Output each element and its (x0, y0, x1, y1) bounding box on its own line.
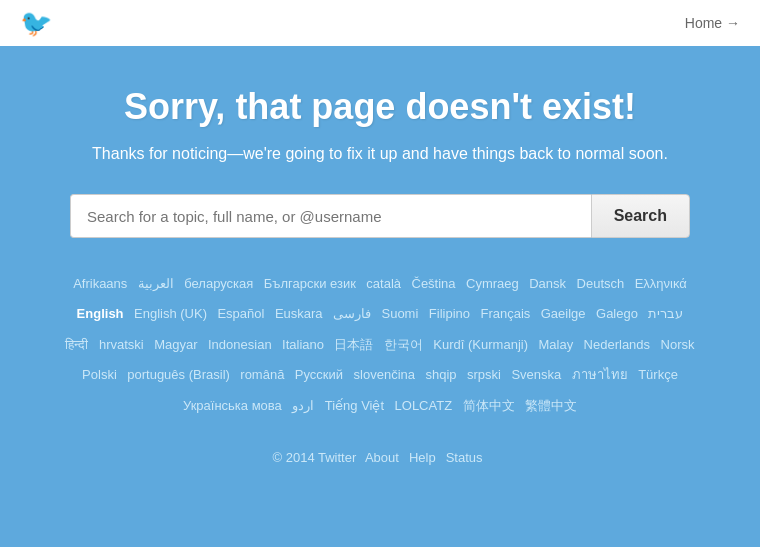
footer-link[interactable]: Help (409, 450, 436, 465)
language-link[interactable]: English (77, 306, 124, 321)
search-input[interactable] (70, 194, 591, 238)
language-link[interactable]: Norsk (661, 337, 695, 352)
language-link[interactable]: slovenčina (354, 367, 415, 382)
search-container: Search (70, 194, 690, 238)
language-link[interactable]: Français (480, 306, 530, 321)
language-link[interactable]: Español (217, 306, 264, 321)
language-link[interactable]: Nederlands (584, 337, 651, 352)
language-link[interactable]: LOLCATZ (395, 398, 453, 413)
language-link[interactable]: فارسی (333, 306, 371, 321)
language-link[interactable]: Svenska (511, 367, 561, 382)
language-link[interactable]: עברית (648, 306, 683, 321)
search-button[interactable]: Search (591, 194, 690, 238)
language-link[interactable]: català (366, 276, 401, 291)
language-link[interactable]: ภาษาไทย (572, 367, 628, 382)
language-link[interactable]: português (Brasil) (127, 367, 230, 382)
home-link[interactable]: Home → (685, 15, 740, 31)
language-link[interactable]: Русский (295, 367, 343, 382)
language-link[interactable]: srpski (467, 367, 501, 382)
language-section: Afrikaans العربية беларуская Български е… (60, 268, 700, 420)
language-link[interactable]: Galego (596, 306, 638, 321)
language-link[interactable]: Malay (538, 337, 573, 352)
language-link[interactable]: Gaeilge (541, 306, 586, 321)
language-link[interactable]: shqip (425, 367, 456, 382)
language-link[interactable]: română (240, 367, 284, 382)
footer-links: AboutHelpStatus (360, 450, 488, 465)
language-link[interactable]: Euskara (275, 306, 323, 321)
language-link[interactable]: Kurdî (Kurmanji) (433, 337, 528, 352)
language-link[interactable]: اردو (292, 398, 314, 413)
footer: © 2014 Twitter AboutHelpStatus (263, 440, 498, 475)
language-link[interactable]: Afrikaans (73, 276, 127, 291)
main-content: Sorry, that page doesn't exist! Thanks f… (0, 46, 760, 495)
language-link[interactable]: العربية (138, 276, 174, 291)
language-link[interactable]: Tiếng Việt (325, 398, 384, 413)
footer-link[interactable]: About (365, 450, 399, 465)
language-link[interactable]: hrvatski (99, 337, 144, 352)
footer-copyright: © 2014 Twitter (273, 450, 357, 465)
language-link[interactable]: Ελληνικά (635, 276, 687, 291)
header: 🐦 Home → (0, 0, 760, 46)
language-link[interactable]: Türkçe (638, 367, 678, 382)
language-link[interactable]: беларуская (184, 276, 253, 291)
language-link[interactable]: Українська мова (183, 398, 282, 413)
language-link[interactable]: Deutsch (577, 276, 625, 291)
language-link[interactable]: Български език (264, 276, 356, 291)
footer-link[interactable]: Status (446, 450, 483, 465)
language-link[interactable]: Indonesian (208, 337, 272, 352)
error-title: Sorry, that page doesn't exist! (124, 86, 636, 128)
language-link[interactable]: 한국어 (384, 337, 423, 352)
language-link[interactable]: 简体中文 (463, 398, 515, 413)
twitter-logo: 🐦 (20, 8, 52, 39)
language-link[interactable]: Italiano (282, 337, 324, 352)
language-link[interactable]: हिन्दी (65, 337, 88, 352)
error-subtitle: Thanks for noticing—we're going to fix i… (92, 142, 668, 166)
language-link[interactable]: 繁體中文 (525, 398, 577, 413)
language-link[interactable]: Filipino (429, 306, 470, 321)
language-link[interactable]: Dansk (529, 276, 566, 291)
language-link[interactable]: Polski (82, 367, 117, 382)
language-link[interactable]: Čeština (412, 276, 456, 291)
language-link[interactable]: Magyar (154, 337, 197, 352)
language-link[interactable]: Suomi (381, 306, 418, 321)
language-link[interactable]: 日本語 (334, 337, 373, 352)
language-link[interactable]: Cymraeg (466, 276, 519, 291)
language-link[interactable]: English (UK) (134, 306, 207, 321)
